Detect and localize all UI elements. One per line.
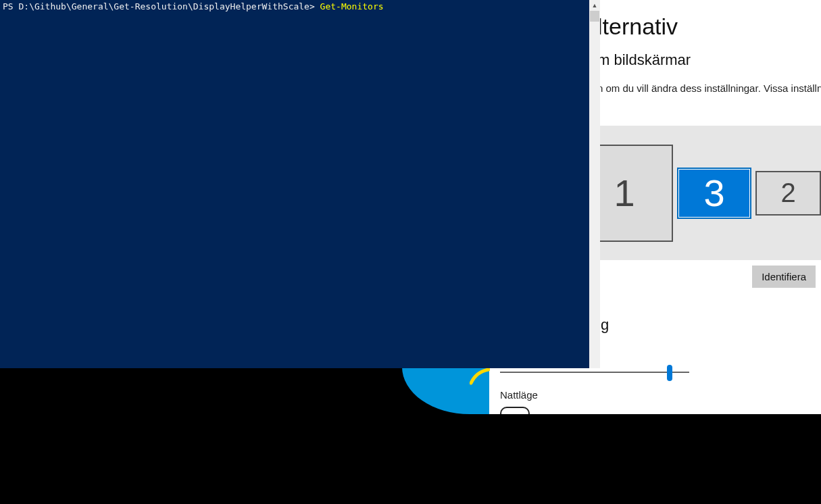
settings-subtitle: m bildskärmar [597, 51, 691, 69]
nightmode-label: Nattläge [500, 389, 538, 401]
black-region [0, 414, 821, 504]
powershell-window: PS D:\Github\General\Get-Resolution\Disp… [0, 0, 600, 368]
scroll-up-icon[interactable]: ▲ [589, 0, 600, 11]
powershell-scrollbar[interactable]: ▲ [589, 0, 600, 368]
settings-title: lternativ [597, 14, 678, 40]
monitor-tile-2[interactable]: 2 [755, 171, 821, 216]
brightness-slider-thumb[interactable] [667, 365, 672, 381]
desktop-logo-accent [470, 368, 490, 385]
monitor-tile-3[interactable]: 3 [677, 168, 751, 219]
ps-prompt-separator [315, 1, 320, 11]
section-heading-partial: g [601, 316, 609, 334]
powershell-terminal[interactable]: PS D:\Github\General\Get-Resolution\Disp… [0, 0, 589, 368]
settings-description: n om du vill ändra dess inställningar. V… [597, 82, 821, 94]
brightness-slider-track[interactable] [500, 372, 689, 373]
identify-button[interactable]: Identifiera [752, 266, 816, 288]
scrollbar-thumb[interactable] [590, 11, 599, 22]
ps-prompt-path: D:\Github\General\Get-Resolution\Display… [18, 1, 314, 11]
ps-command: Get-Monitors [320, 1, 384, 11]
ps-prompt-prefix: PS [3, 1, 18, 11]
